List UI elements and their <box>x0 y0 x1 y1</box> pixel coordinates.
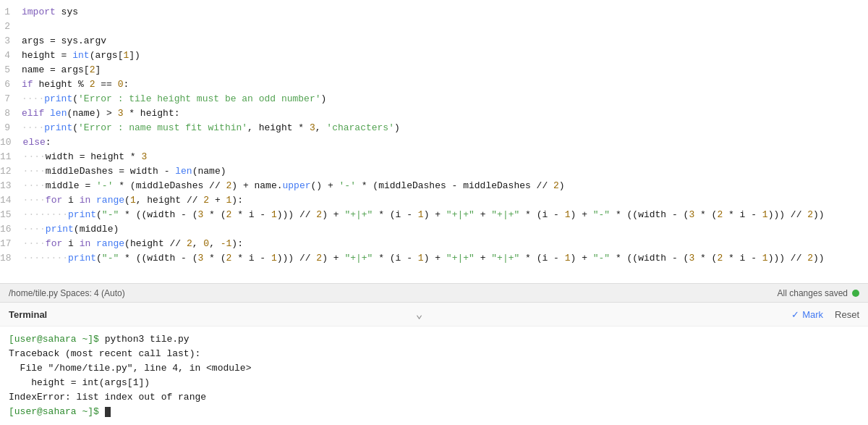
line-number-5: 5 <box>0 64 22 75</box>
line-number-17: 17 <box>0 238 23 249</box>
line-content-4: height = int(args[1]) <box>22 50 140 61</box>
code-line-5: 5 name = args[2] <box>0 64 868 78</box>
code-line-11: 11 ····width = height * 3 <box>0 151 868 165</box>
code-line-16: 16 ····print(middle) <box>0 223 868 237</box>
line-content-8: elif len(name) > 3 * height: <box>22 108 179 119</box>
line-number-6: 6 <box>0 79 22 90</box>
line-number-14: 14 <box>0 195 23 206</box>
code-line-12: 12 ····middleDashes = width - len(name) <box>0 165 868 180</box>
line-number-10: 10 <box>0 137 23 148</box>
line-number-13: 13 <box>0 180 23 191</box>
status-bar: /home/tile.py Spaces: 4 (Auto) All chang… <box>0 283 868 302</box>
line-number-18: 18 <box>0 253 23 264</box>
code-line-6: 6 if height % 2 == 0: <box>0 78 868 93</box>
line-number-11: 11 <box>0 151 23 162</box>
line-content-7: ····print('Error : tile height must be a… <box>22 93 326 104</box>
terminal-cursor <box>105 407 111 417</box>
line-number-15: 15 <box>0 209 23 220</box>
line-content-12: ····middleDashes = width - len(name) <box>23 166 226 177</box>
line-content-9: ····print('Error : name must fit within'… <box>22 122 400 133</box>
code-line-13: 13 ····middle = '-' * (middleDashes // 2… <box>0 180 868 194</box>
line-content-14: ····for i in range(1, height // 2 + 1): <box>23 195 243 206</box>
code-line-3: 3 args = sys.argv <box>0 35 868 49</box>
line-content-15: ········print("-" * ((width - (3 * (2 * … <box>23 209 825 220</box>
terminal-line-3: File "/home/tile.py", line 4, in <module… <box>9 361 859 376</box>
reset-button[interactable]: Reset <box>835 309 859 320</box>
line-number-12: 12 <box>0 166 23 177</box>
saved-indicator-dot <box>852 290 859 297</box>
code-line-1: 1 import sys <box>0 6 868 20</box>
code-line-4: 4 height = int(args[1]) <box>0 49 868 64</box>
line-number-1: 1 <box>0 7 22 17</box>
line-content-11: ····width = height * 3 <box>23 151 148 162</box>
code-line-8: 8 elif len(name) > 3 * height: <box>0 107 868 122</box>
status-right: All changes saved <box>778 288 859 298</box>
terminal-line-2: Traceback (most recent call last): <box>9 347 859 361</box>
line-content-5: name = args[2] <box>22 64 101 75</box>
chevron-down-icon[interactable]: ⌄ <box>416 307 423 321</box>
line-content-17: ····for i in range(height // 2, 0, -1): <box>23 238 243 249</box>
status-left: /home/tile.py Spaces: 4 (Auto) <box>9 288 125 298</box>
terminal-header-right: ✓ Mark Reset <box>791 309 859 320</box>
line-number-9: 9 <box>0 122 22 133</box>
code-line-7: 7 ····print('Error : tile height must be… <box>0 93 868 107</box>
line-content-13: ····middle = '-' * (middleDashes // 2) +… <box>23 180 565 191</box>
line-content-6: if height % 2 == 0: <box>22 79 129 90</box>
mark-button[interactable]: ✓ Mark <box>791 309 823 320</box>
line-number-8: 8 <box>0 108 22 119</box>
terminal-title: Terminal <box>9 309 47 320</box>
line-number-4: 4 <box>0 50 22 61</box>
line-number-16: 16 <box>0 224 23 235</box>
line-content-3: args = sys.argv <box>22 35 106 46</box>
code-line-18: 18 ········print("-" * ((width - (3 * (2… <box>0 252 868 266</box>
code-line-9: 9 ····print('Error : name must fit withi… <box>0 122 868 136</box>
terminal-line-6: [user@sahara ~]$ <box>9 405 859 419</box>
code-line-15: 15 ········print("-" * ((width - (3 * (2… <box>0 209 868 223</box>
terminal-content[interactable]: [user@sahara ~]$ python3 tile.py Traceba… <box>0 327 868 425</box>
code-line-17: 17 ····for i in range(height // 2, 0, -1… <box>0 237 868 252</box>
line-number-2: 2 <box>0 21 22 32</box>
checkmark-icon: ✓ <box>791 309 799 320</box>
line-number-7: 7 <box>0 93 22 104</box>
terminal-header-center: ⌄ <box>416 307 423 321</box>
line-number-3: 3 <box>0 35 22 46</box>
line-content-16: ····print(middle) <box>23 224 119 235</box>
code-line-10: 10 else: <box>0 136 868 151</box>
line-content-1: import sys <box>22 7 78 17</box>
terminal-panel: Terminal ⌄ ✓ Mark Reset [user@sahara ~]$… <box>0 302 868 425</box>
terminal-header: Terminal ⌄ ✓ Mark Reset <box>0 303 868 327</box>
line-content-18: ········print("-" * ((width - (3 * (2 * … <box>23 253 825 264</box>
code-line-14: 14 ····for i in range(1, height // 2 + 1… <box>0 194 868 209</box>
code-line-2: 2 <box>0 20 868 35</box>
terminal-line-1: [user@sahara ~]$ python3 tile.py <box>9 332 859 347</box>
terminal-line-4: height = int(args[1]) <box>9 376 859 390</box>
code-editor[interactable]: 1 import sys 2 3 args = sys.argv 4 heigh… <box>0 0 868 283</box>
mark-label: Mark <box>802 309 823 320</box>
terminal-line-5: IndexError: list index out of range <box>9 390 859 405</box>
all-changes-saved-text: All changes saved <box>778 288 848 298</box>
line-content-10: else: <box>23 137 51 148</box>
